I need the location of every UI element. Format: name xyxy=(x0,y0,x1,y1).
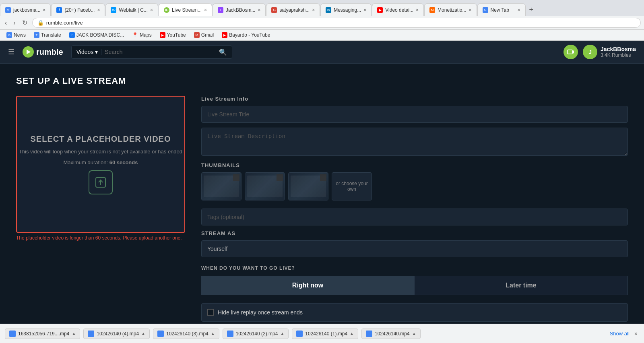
download-filename: 102426140 (3).mp4 xyxy=(166,331,208,337)
download-filename: 102426140.mp4 xyxy=(375,331,410,337)
bookmark-maps[interactable]: 📍 Maps xyxy=(129,31,155,39)
bookmark-news[interactable]: G News xyxy=(3,31,29,39)
tab-label: Webtalk | C... xyxy=(119,7,148,13)
live-stream-info-label: Live Stream Info xyxy=(201,96,628,102)
bookmark-icon: T xyxy=(34,32,39,38)
tab-close[interactable]: × xyxy=(517,7,520,13)
choose-own-label: or choose your own xyxy=(335,181,368,192)
logo-text: rumble xyxy=(36,48,63,57)
tab-facebook[interactable]: f (20+) Faceb... × xyxy=(51,3,105,16)
reload-button[interactable]: ↻ xyxy=(21,18,29,27)
download-item-5[interactable]: 102426140.mp4 ▲ xyxy=(361,329,421,339)
go-live-button[interactable] xyxy=(564,45,578,59)
download-item-4[interactable]: 102426140 (1).mp4 ▲ xyxy=(292,329,358,339)
forward-button[interactable]: › xyxy=(12,19,17,27)
tab-webtalk[interactable]: W Webtalk | C... × xyxy=(105,3,158,16)
thumbnails-section: THUMBNAILS or choose you xyxy=(201,162,628,200)
right-now-button[interactable]: Right now xyxy=(201,276,414,295)
placeholder-error: The placeholder video is longer than 60 … xyxy=(16,235,185,241)
tab-jackbosma[interactable]: M jackbosma... × xyxy=(0,3,51,16)
bookmark-icon: G xyxy=(6,32,12,38)
thumbnail-corner-2 xyxy=(277,174,283,181)
search-icon[interactable]: 🔍 xyxy=(219,48,227,56)
title-input[interactable] xyxy=(201,106,628,123)
download-arrow[interactable]: ▲ xyxy=(211,331,215,336)
download-arrow[interactable]: ▲ xyxy=(280,331,284,336)
download-arrow[interactable]: ▲ xyxy=(350,331,354,336)
upload-icon xyxy=(89,170,113,194)
url-bar[interactable]: 🔒 rumble.com/live xyxy=(32,18,641,28)
bookmark-youtube[interactable]: ▶ YouTube xyxy=(157,31,189,39)
search-bar[interactable]: Videos ▾ 🔍 xyxy=(71,45,232,59)
logo[interactable]: rumble xyxy=(23,46,63,58)
tab-monetization[interactable]: M Monetizatio... × xyxy=(424,3,477,16)
search-dropdown-label: Videos xyxy=(76,49,94,55)
later-time-button[interactable]: Later time xyxy=(414,276,628,295)
tags-input[interactable] xyxy=(201,209,628,225)
show-all-button[interactable]: Show all xyxy=(610,331,630,337)
avatar: J xyxy=(583,45,597,59)
download-arrow[interactable]: ▲ xyxy=(412,331,416,336)
tab-gmail[interactable]: G satyapraksh... × xyxy=(266,3,320,16)
description-textarea[interactable] xyxy=(201,128,628,156)
tab-close[interactable]: × xyxy=(469,7,471,13)
download-bar: 1638152056-719....mp4 ▲ 102426140 (4).mp… xyxy=(0,324,644,343)
download-arrow[interactable]: ▲ xyxy=(141,331,145,336)
duration-label: Maximum duration: xyxy=(64,159,108,165)
bookmark-label: Maps xyxy=(140,32,151,38)
search-dropdown[interactable]: Videos ▾ xyxy=(76,49,102,55)
tab-favicon: T xyxy=(218,7,223,13)
tab-label: satyapraksh... xyxy=(279,7,310,13)
tab-close[interactable]: × xyxy=(416,7,419,13)
placeholder-video-box[interactable]: SELECT A PLACEHOLDER VIDEO This video wi… xyxy=(16,96,185,233)
hide-replay-checkbox[interactable] xyxy=(207,309,214,316)
tab-newtab[interactable]: G New Tab × xyxy=(477,3,526,16)
tab-close[interactable]: × xyxy=(312,7,315,13)
tab-label: jackbosma... xyxy=(13,7,40,13)
thumbnail-3[interactable] xyxy=(288,172,328,200)
svg-marker-0 xyxy=(27,50,31,54)
tab-close[interactable]: × xyxy=(204,7,207,13)
bookmark-icon: 📍 xyxy=(132,32,138,38)
new-tab-button[interactable]: + xyxy=(526,6,537,14)
download-filename: 102426140 (1).mp4 xyxy=(305,331,347,337)
tab-label: Live Stream... xyxy=(172,7,202,13)
tab-close[interactable]: × xyxy=(363,7,366,13)
user-info[interactable]: J JackBBosma 3.4K Rumbles xyxy=(583,45,636,59)
download-item-0[interactable]: 1638152056-719....mp4 ▲ xyxy=(5,329,80,339)
tab-jackbbosma[interactable]: T JackBBosm... × xyxy=(213,3,266,16)
download-item-1[interactable]: 102426140 (4).mp4 ▲ xyxy=(83,329,150,339)
back-button[interactable]: ‹ xyxy=(3,19,8,27)
download-file-icon xyxy=(9,331,16,337)
tab-favicon: M xyxy=(5,7,11,13)
browser-chrome: M jackbosma... × f (20+) Faceb... × W We… xyxy=(0,0,644,41)
tab-close[interactable]: × xyxy=(258,7,260,13)
hamburger-menu[interactable]: ☰ xyxy=(8,48,14,56)
bookmark-jackbosma[interactable]: f JACK BOSMA DISC... xyxy=(66,31,128,39)
search-input[interactable] xyxy=(105,49,215,55)
bookmark-bayardo[interactable]: ▶ Bayardo - YouTube xyxy=(219,31,273,39)
bookmark-gmail[interactable]: M Gmail xyxy=(191,31,217,39)
tab-linkedin[interactable]: in Messaging... × xyxy=(320,3,372,16)
bookmark-label: YouTube xyxy=(167,32,186,38)
tab-close[interactable]: × xyxy=(43,7,45,13)
setup-layout: SELECT A PLACEHOLDER VIDEO This video wi… xyxy=(16,96,628,326)
bookmark-translate[interactable]: T Translate xyxy=(31,31,64,39)
stream-as-select[interactable]: Yourself Channel 1 xyxy=(201,240,628,257)
download-bar-close[interactable]: × xyxy=(633,331,639,337)
tab-close[interactable]: × xyxy=(150,7,153,13)
choose-own-thumbnail[interactable]: or choose your own xyxy=(332,172,372,200)
tab-favicon: ▶ xyxy=(164,7,169,13)
download-item-2[interactable]: 102426140 (3).mp4 ▲ xyxy=(153,329,219,339)
thumbnail-1[interactable] xyxy=(201,172,242,200)
download-item-3[interactable]: 102426140 (2).mp4 ▲ xyxy=(223,329,289,339)
tab-favicon: G xyxy=(483,7,488,13)
upload-arrow-icon xyxy=(95,177,106,188)
tab-livestream[interactable]: ▶ Live Stream... × xyxy=(159,3,212,16)
address-bar: ‹ › ↻ 🔒 rumble.com/live xyxy=(0,16,644,30)
download-arrow[interactable]: ▲ xyxy=(72,331,76,336)
placeholder-subtitle: This video will loop when your stream is… xyxy=(19,149,182,155)
tab-close[interactable]: × xyxy=(97,7,100,13)
tab-youtube-video[interactable]: ▶ Video detai... × xyxy=(372,3,424,16)
thumbnail-2[interactable] xyxy=(245,172,285,200)
